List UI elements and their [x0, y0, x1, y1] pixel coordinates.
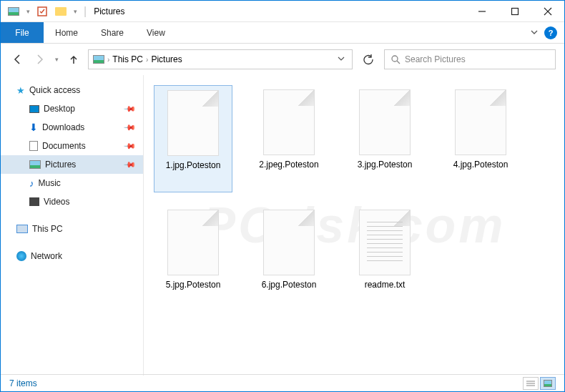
chevron-right-icon[interactable]: › — [107, 56, 109, 64]
documents-icon — [29, 141, 38, 151]
videos-icon — [29, 197, 39, 206]
location-icon — [93, 54, 104, 65]
sidebar-item-downloads[interactable]: ⬇ Downloads 📌 — [1, 118, 143, 137]
file-item[interactable]: readme.txt — [345, 205, 424, 313]
item-count: 7 items — [9, 378, 37, 388]
tab-file[interactable]: File — [1, 22, 44, 43]
file-label: 3.jpg.Poteston — [356, 160, 414, 170]
thumbnails-view-button[interactable] — [540, 377, 556, 390]
details-view-button[interactable] — [523, 377, 539, 390]
close-button[interactable] — [531, 1, 564, 22]
sidebar-item-videos[interactable]: Videos — [1, 192, 143, 211]
qat-dropdown-icon[interactable]: ▾ — [24, 3, 32, 20]
svg-line-6 — [397, 61, 400, 64]
breadcrumb-root[interactable]: This PC — [112, 54, 143, 64]
sidebar-item-documents[interactable]: Documents 📌 — [1, 137, 143, 155]
address-bar[interactable]: › This PC › Pictures — [88, 49, 353, 69]
file-icon — [359, 89, 411, 155]
qat-chevron-icon[interactable]: ▾ — [71, 3, 79, 20]
pin-icon: 📌 — [122, 157, 136, 171]
sidebar-item-desktop[interactable]: Desktop 📌 — [1, 99, 143, 118]
pin-icon: 📌 — [122, 139, 136, 152]
refresh-button[interactable] — [358, 49, 378, 69]
window-controls — [466, 1, 564, 22]
file-label: 1.jpg.Poteston — [164, 160, 222, 170]
file-label: 4.jpg.Poteston — [452, 160, 510, 170]
tab-home[interactable]: Home — [44, 22, 89, 43]
properties-icon[interactable] — [34, 3, 51, 20]
status-bar: 7 items — [1, 374, 564, 391]
svg-point-5 — [392, 56, 398, 62]
file-item[interactable]: 5.jpg.Poteston — [154, 205, 232, 313]
breadcrumb-current[interactable]: Pictures — [151, 54, 182, 64]
tab-share[interactable]: Share — [89, 22, 135, 43]
file-icon — [263, 89, 315, 155]
file-icon — [455, 89, 506, 155]
expand-ribbon-icon[interactable] — [530, 26, 539, 39]
window-title: Pictures — [94, 6, 124, 16]
back-button[interactable] — [9, 51, 26, 68]
file-item[interactable]: 6.jpg.Poteston — [250, 205, 328, 313]
star-icon: ★ — [16, 85, 25, 96]
up-button[interactable] — [65, 51, 82, 68]
title-separator: | — [84, 5, 87, 18]
desktop-icon — [29, 105, 39, 113]
file-label: 6.jpg.Poteston — [260, 280, 318, 290]
search-placeholder: Search Pictures — [405, 54, 466, 64]
sidebar-quick-access[interactable]: ★ Quick access — [1, 81, 143, 99]
music-icon: ♪ — [29, 178, 34, 189]
ribbon-tabs: File Home Share View ? — [1, 22, 564, 44]
file-item[interactable]: 1.jpg.Poteston — [154, 85, 232, 192]
sidebar-network[interactable]: Network — [1, 247, 143, 265]
forward-button[interactable] — [31, 51, 48, 68]
file-label: readme.txt — [363, 280, 407, 290]
search-input[interactable]: Search Pictures — [384, 49, 556, 69]
file-item[interactable]: 4.jpg.Poteston — [441, 85, 520, 192]
file-icon — [263, 210, 315, 275]
file-icon — [167, 90, 219, 156]
minimize-button[interactable] — [466, 1, 498, 22]
svg-rect-2 — [512, 8, 519, 14]
address-dropdown-icon[interactable] — [335, 54, 348, 64]
search-icon — [390, 54, 401, 64]
file-label: 5.jpg.Poteston — [164, 280, 222, 290]
network-icon — [16, 251, 26, 261]
file-icon — [167, 210, 219, 275]
quick-access-toolbar: ▾ ▾ — [5, 3, 79, 20]
sidebar-item-pictures[interactable]: Pictures 📌 — [1, 155, 143, 174]
explorer-body: ★ Quick access Desktop 📌 ⬇ Downloads 📌 D… — [1, 75, 564, 376]
pictures-icon — [29, 160, 41, 169]
new-folder-icon[interactable] — [52, 3, 69, 20]
maximize-button[interactable] — [498, 1, 531, 22]
pc-icon — [16, 225, 28, 233]
tab-view[interactable]: View — [135, 22, 177, 43]
text-file-icon — [359, 210, 411, 275]
file-item[interactable]: 2.jpeg.Poteston — [250, 85, 328, 192]
file-label: 2.jpeg.Poteston — [257, 160, 320, 170]
file-list[interactable]: PCrisk.com 1.jpg.Poteston 2.jpeg.Potesto… — [144, 75, 564, 376]
file-item[interactable]: 3.jpg.Poteston — [345, 85, 424, 192]
sidebar-this-pc[interactable]: This PC — [1, 220, 143, 238]
pin-icon: 📌 — [122, 120, 136, 134]
explorer-icon[interactable] — [5, 3, 22, 20]
help-icon[interactable]: ? — [544, 26, 557, 39]
pin-icon: 📌 — [122, 102, 136, 115]
address-bar-row: ▾ › This PC › Pictures Search Pictures — [1, 44, 564, 75]
recent-locations-icon[interactable]: ▾ — [52, 51, 61, 68]
chevron-right-icon[interactable]: › — [146, 56, 148, 64]
nav-arrows: ▾ — [9, 51, 82, 68]
downloads-icon: ⬇ — [29, 122, 38, 133]
view-toggles — [523, 377, 556, 390]
sidebar-item-music[interactable]: ♪ Music — [1, 174, 143, 192]
navigation-pane: ★ Quick access Desktop 📌 ⬇ Downloads 📌 D… — [1, 75, 144, 376]
title-bar: ▾ ▾ | Pictures — [1, 1, 564, 22]
